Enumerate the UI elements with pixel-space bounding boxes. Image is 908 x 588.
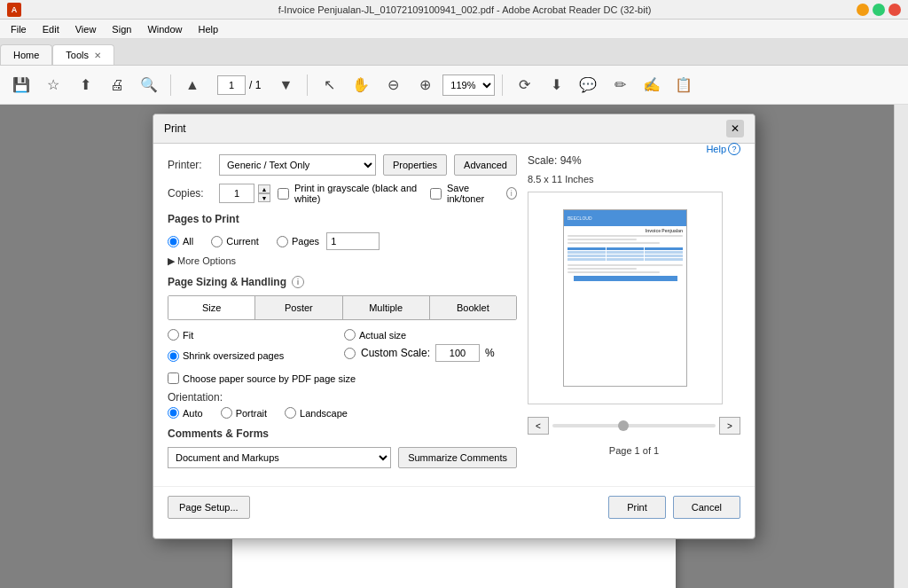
help-label: Help [706, 144, 726, 154]
sizing-tab-buttons: Size Poster Multiple Booklet [168, 295, 517, 320]
search-button[interactable]: 🔍 [135, 71, 163, 99]
print-button[interactable]: Print [608, 496, 666, 519]
radio-auto-input[interactable] [168, 407, 179, 419]
page-number-input[interactable] [217, 75, 246, 95]
booklet-tab-button[interactable]: Booklet [430, 296, 516, 319]
page-setup-button[interactable]: Page Setup... [168, 496, 250, 519]
pages-to-print-header: Pages to Print [168, 213, 517, 227]
radio-portrait-input[interactable] [221, 407, 232, 419]
preview-company-text: BEECLOUD [568, 216, 592, 221]
save-ink-info-icon[interactable]: i [506, 187, 517, 200]
radio-pages-input[interactable] [277, 236, 288, 247]
radio-shrink-input[interactable] [168, 350, 179, 362]
save-button[interactable]: 💾 [7, 71, 35, 99]
select-tool-button[interactable]: ↖ [315, 71, 343, 99]
menu-edit[interactable]: Edit [35, 22, 67, 36]
bookmark-button[interactable]: ☆ [39, 71, 67, 99]
pan-tool-button[interactable]: ✋ [347, 71, 375, 99]
prev-page-button[interactable]: ▲ [178, 71, 207, 99]
menu-file[interactable]: File [4, 22, 34, 36]
more-options-label: ▶ More Options [168, 255, 236, 267]
next-page-button[interactable]: ▼ [271, 71, 300, 99]
custom-scale-input[interactable] [435, 344, 480, 362]
more-tools-button[interactable]: 📋 [669, 71, 698, 99]
cancel-button[interactable]: Cancel [673, 496, 740, 519]
print-button[interactable]: 🖨 [103, 71, 131, 99]
main-area: BEECLOUD No. Nota JL/01072109100941/002 … [0, 105, 908, 588]
grayscale-checkbox[interactable] [278, 188, 289, 200]
radio-portrait: Portrait [221, 407, 267, 419]
poster-tab-button[interactable]: Poster [255, 296, 342, 319]
summarize-button[interactable]: Summarize Comments [398, 447, 517, 468]
share-button[interactable]: ⬆ [71, 71, 99, 99]
tab-home[interactable]: Home [0, 44, 52, 65]
annotate-button[interactable]: ✏ [606, 71, 634, 99]
page-separator: / 1 [249, 79, 261, 91]
menu-help[interactable]: Help [192, 22, 226, 36]
comments-row: Document and Markups Summarize Comments [168, 447, 517, 468]
comments-header: Comments & Forms [168, 427, 517, 442]
copies-input[interactable] [219, 184, 254, 203]
menu-view[interactable]: View [68, 22, 104, 36]
preview-slider[interactable] [552, 424, 716, 427]
size-tab-button[interactable]: Size [168, 296, 255, 319]
advanced-button[interactable]: Advanced [454, 154, 517, 176]
dialog-close-button[interactable]: ✕ [726, 120, 744, 137]
window-controls [857, 4, 901, 16]
help-link[interactable]: Help ? [706, 143, 740, 155]
dialog-footer: Page Setup... Print Cancel [153, 486, 755, 528]
window-close-button[interactable] [888, 4, 901, 16]
comment-button[interactable]: 💬 [574, 71, 602, 99]
rotate-button[interactable]: ⟳ [510, 71, 538, 99]
preview-area: BEECLOUD Invoice Penjualan [528, 192, 723, 404]
properties-button[interactable]: Properties [383, 154, 447, 176]
radio-fit-label: Fit [183, 330, 193, 341]
zoom-out-button[interactable]: ⊖ [379, 71, 407, 99]
copies-down-button[interactable]: ▼ [258, 193, 270, 202]
maximize-button[interactable] [873, 4, 885, 16]
zoom-in-button[interactable]: ⊕ [411, 71, 439, 99]
radio-landscape-input[interactable] [285, 407, 296, 419]
radio-current-input[interactable] [211, 236, 223, 247]
app-icon: A [7, 3, 21, 17]
tab-tools[interactable]: Tools ✕ [52, 44, 114, 65]
radio-actual-size: Actual size [344, 329, 517, 341]
menu-sign[interactable]: Sign [105, 22, 138, 36]
radio-fit-input[interactable] [168, 329, 179, 341]
radio-pages-label: Pages [292, 236, 319, 247]
copies-spinner: ▲ ▼ [258, 184, 270, 202]
minimize-button[interactable] [857, 4, 869, 16]
dialog-titlebar: Print ✕ [153, 114, 755, 144]
help-icon: ? [728, 143, 740, 155]
preview-document: BEECLOUD Invoice Penjualan [563, 209, 687, 387]
copies-up-button[interactable]: ▲ [258, 184, 270, 193]
preview-header-bar: BEECLOUD [564, 210, 686, 226]
multiple-tab-button[interactable]: Multiple [343, 296, 430, 319]
page-sizing-info-icon[interactable]: i [292, 276, 304, 288]
comments-select[interactable]: Document and Markups [168, 447, 391, 468]
paper-source-checkbox[interactable] [168, 372, 179, 384]
radio-landscape: Landscape [285, 407, 348, 419]
radio-custom-scale-input[interactable] [344, 348, 356, 359]
radio-auto: Auto [168, 407, 203, 419]
printer-select[interactable]: Generic / Text Only [219, 154, 376, 176]
pages-range-input[interactable] [326, 232, 380, 250]
tab-bar: Home Tools ✕ [0, 39, 908, 66]
paper-source-row: Choose paper source by PDF page size [168, 372, 517, 384]
tab-close-icon[interactable]: ✕ [94, 51, 101, 60]
preview-next-button[interactable]: > [719, 417, 740, 435]
title-bar: A f-Invoice Penjualan-JL_01072109100941_… [0, 0, 908, 20]
more-options[interactable]: ▶ More Options [168, 255, 517, 267]
download-button[interactable]: ⬇ [542, 71, 570, 99]
menu-window[interactable]: Window [140, 22, 189, 36]
save-ink-checkbox[interactable] [430, 188, 442, 200]
preview-prev-button[interactable]: < [528, 417, 549, 435]
custom-scale-row: Custom Scale: % [344, 344, 517, 362]
preview-line [568, 268, 637, 270]
radio-actual-size-input[interactable] [344, 329, 356, 341]
sign-button[interactable]: ✍ [638, 71, 666, 99]
zoom-select[interactable]: 119% [442, 74, 495, 96]
page-count: Page 1 of 1 [528, 445, 740, 456]
radio-all-input[interactable] [168, 236, 179, 247]
custom-scale-unit: % [485, 347, 495, 359]
